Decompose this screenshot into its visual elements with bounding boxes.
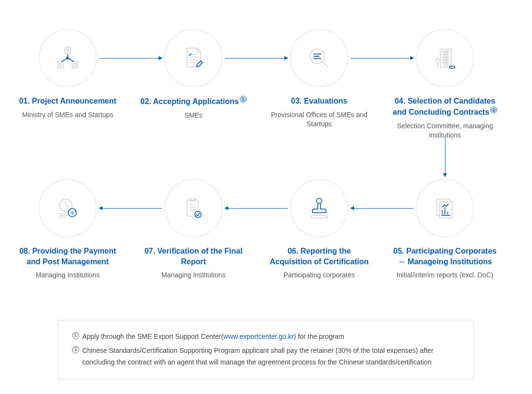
clipboard-check-icon [180, 195, 207, 222]
step-08: $ 08. Providing the Payment and Post Man… [15, 179, 121, 280]
arrow-4-5 [445, 138, 445, 177]
svg-rect-52 [311, 215, 327, 218]
svg-line-39 [66, 205, 69, 207]
footnote-2: ② Chinese Standards/Certification Suppor… [72, 345, 460, 368]
svg-rect-45 [187, 200, 198, 216]
step-01-circle [39, 29, 97, 87]
report-chart-icon [431, 195, 458, 222]
step-04-sub: Selection Committee, managing institutio… [392, 121, 498, 140]
step-08-title: 08. Providing the Payment and Post Manag… [15, 246, 121, 267]
application-form-icon [180, 45, 207, 72]
svg-point-51 [316, 198, 322, 203]
step-02-title: 02. Accepting Applications① [140, 96, 247, 107]
step-02-sub: SMEs [140, 111, 247, 121]
step-01-title: 01. Project Announcement [15, 96, 121, 106]
step-03: 03. Evaluations Provisional Offices of S… [266, 29, 372, 129]
step-05: 05. Participating Corporates ↔ Manageing… [392, 179, 498, 280]
stamp-icon [306, 195, 333, 222]
footnotes-box: ① Apply through the SME Export Support C… [58, 320, 474, 379]
step-08-circle: $ [39, 179, 97, 237]
arrow-1-2 [99, 58, 162, 59]
step-07-circle [164, 179, 222, 237]
step-01-sub: Ministry of SMEs and Startups [15, 110, 121, 120]
step-06-circle [290, 179, 348, 237]
arrow-6-7 [225, 208, 288, 209]
payment-clock-icon: $ [54, 195, 81, 222]
svg-rect-46 [190, 198, 195, 201]
step-06-title: 06. Reporting the Acquisition of Certifi… [266, 246, 372, 267]
arrow-7-8 [99, 208, 162, 209]
distribution-icon [54, 45, 81, 72]
magnifier-icon [306, 45, 333, 72]
step-02-circle [164, 29, 222, 87]
step-04: 04. Selection of Candidates and Concludi… [392, 29, 498, 140]
arrow-3-4 [351, 58, 414, 59]
step-05-sub: Initial/interim reports (excl. DoC) [392, 271, 498, 280]
svg-line-21 [323, 61, 328, 67]
step-05-circle [416, 179, 474, 237]
svg-text:$: $ [71, 211, 74, 215]
step-06: 06. Reporting the Acquisition of Certifi… [266, 179, 372, 280]
arrow-2-3 [225, 58, 288, 59]
export-center-link[interactable]: www.exportcenter.go.kr [223, 333, 294, 340]
building-icon [431, 45, 458, 72]
step-07-title: 07. Verification of the Final Report [140, 246, 247, 267]
arrow-5-6 [351, 208, 414, 209]
step-03-sub: Provisional Offices of SMEs and Startups [266, 110, 372, 129]
step-04-title: 04. Selection of Candidates and Concludi… [392, 96, 498, 118]
step-07: 07. Verification of the Final Report Man… [140, 179, 247, 280]
step-02: 02. Accepting Applications① SMEs [140, 29, 247, 121]
step-03-title: 03. Evaluations [266, 96, 372, 106]
footnote-1: ① Apply through the SME Export Support C… [72, 331, 460, 343]
step-03-circle [290, 29, 348, 87]
process-diagram: 01. Project Announcement Ministry of SME… [0, 0, 532, 394]
svg-point-15 [67, 57, 69, 59]
step-07-sub: Managing Institutions [140, 271, 247, 280]
step-08-sub: Managing Institutions [15, 271, 121, 280]
svg-point-34 [436, 58, 439, 63]
step-04-circle [416, 29, 474, 87]
step-06-sub: Participating corporates [266, 271, 372, 280]
step-05-title: 05. Participating Corporates ↔ Manageing… [392, 246, 498, 267]
step-01: 01. Project Announcement Ministry of SME… [15, 29, 121, 120]
